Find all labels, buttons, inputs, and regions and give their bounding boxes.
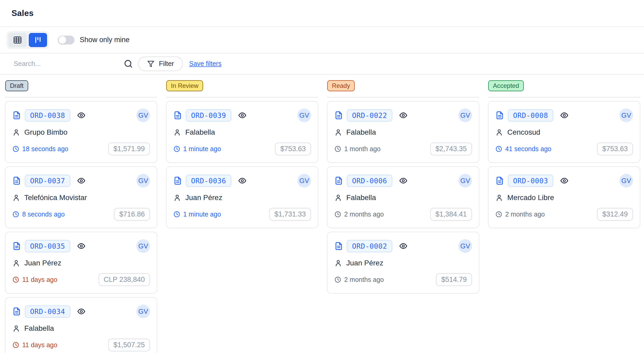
clock-icon <box>173 145 180 152</box>
save-filters-link[interactable]: Save filters <box>189 60 222 67</box>
time-ago-label: 2 months ago <box>505 210 545 218</box>
document-icon <box>12 242 21 250</box>
amount-badge: $753.63 <box>275 143 311 155</box>
time-ago-label: 41 seconds ago <box>505 145 551 153</box>
card-top-row: ORD-0008 GV <box>495 109 633 122</box>
person-icon <box>495 194 503 202</box>
time-ago: 11 days ago <box>12 276 57 283</box>
time-ago: 2 months ago <box>495 210 545 218</box>
eye-icon[interactable] <box>77 307 85 316</box>
time-ago: 1 month ago <box>334 145 381 153</box>
order-id-badge[interactable]: ORD-0022 <box>347 109 392 122</box>
order-card[interactable]: ORD-0037 GV Telefónica Movistar <box>5 166 157 228</box>
avatar: GV <box>136 239 150 253</box>
eye-icon[interactable] <box>560 176 568 185</box>
time-ago-label: 1 month ago <box>344 145 381 153</box>
card-top-row: ORD-0034 GV <box>12 305 150 318</box>
filter-toolbar: Filter Save filters <box>0 53 644 75</box>
eye-icon[interactable] <box>238 176 246 185</box>
time-ago-label: 1 minute ago <box>183 145 221 153</box>
card-customer-row: Falabella <box>12 324 150 333</box>
document-icon <box>334 176 343 185</box>
card-list: ORD-0039 GV Falabella <box>166 97 318 228</box>
order-id-badge[interactable]: ORD-0037 <box>25 175 70 187</box>
time-ago-label: 1 minute ago <box>183 210 221 218</box>
time-ago: 41 seconds ago <box>495 145 551 153</box>
filter-button[interactable]: Filter <box>138 56 183 71</box>
eye-icon[interactable] <box>77 176 85 185</box>
order-id-badge[interactable]: ORD-0006 <box>347 175 392 187</box>
card-customer-row: Juan Pérez <box>334 259 472 267</box>
document-icon <box>12 111 21 120</box>
order-card[interactable]: ORD-0038 GV Grupo Bimbo <box>5 101 157 163</box>
time-ago: 1 minute ago <box>173 145 221 153</box>
card-list: ORD-0008 GV Cencosud <box>488 97 640 228</box>
card-bottom-row: 2 months ago $1,384.41 <box>334 208 472 221</box>
eye-icon[interactable] <box>399 111 407 119</box>
document-icon <box>495 176 504 185</box>
amount-badge: $514.79 <box>436 273 472 286</box>
kanban-view-button[interactable] <box>29 33 47 47</box>
avatar: GV <box>619 109 633 122</box>
customer-name: Falabella <box>185 128 215 136</box>
person-icon <box>12 194 20 202</box>
kanban-column: In Review ORD-0039 GV <box>166 80 318 232</box>
card-bottom-row: 1 minute ago $1,731.33 <box>173 208 311 221</box>
eye-icon[interactable] <box>77 242 85 250</box>
card-top-row: ORD-0039 GV <box>173 109 311 122</box>
order-card[interactable]: ORD-0006 GV Falabella <box>327 166 479 228</box>
search-input[interactable] <box>14 60 123 68</box>
avatar: GV <box>297 109 311 122</box>
order-id-badge[interactable]: ORD-0008 <box>508 109 553 122</box>
avatar: GV <box>619 174 633 187</box>
order-id-badge[interactable]: ORD-0034 <box>25 305 70 318</box>
eye-icon[interactable] <box>77 111 85 119</box>
clock-icon <box>12 341 19 349</box>
filter-button-label: Filter <box>159 60 174 68</box>
order-id-badge[interactable]: ORD-0038 <box>25 109 70 122</box>
page-header: Sales <box>0 0 644 27</box>
card-bottom-row: 1 month ago $2,743.35 <box>334 143 472 155</box>
person-icon <box>173 128 181 136</box>
clock-icon <box>495 145 502 152</box>
kanban-column: Ready ORD-0022 GV <box>327 80 479 297</box>
time-ago: 2 months ago <box>334 276 384 283</box>
eye-icon[interactable] <box>399 242 407 250</box>
order-id-badge[interactable]: ORD-0003 <box>508 175 553 187</box>
amount-badge: $1,731.33 <box>269 208 311 221</box>
eye-icon[interactable] <box>560 111 568 119</box>
order-id-badge[interactable]: ORD-0036 <box>186 175 231 187</box>
clock-icon <box>334 211 341 218</box>
time-ago-label: 11 days ago <box>22 341 57 349</box>
card-bottom-row: 11 days ago $1,507.25 <box>12 339 150 351</box>
show-only-mine-toggle[interactable] <box>58 36 74 44</box>
order-id-badge[interactable]: ORD-0035 <box>25 240 70 252</box>
time-ago: 1 minute ago <box>173 210 221 218</box>
order-id-badge[interactable]: ORD-0039 <box>186 109 231 122</box>
status-badge: In Review <box>166 80 203 91</box>
avatar: GV <box>136 305 150 318</box>
order-card[interactable]: ORD-0002 GV Juan Pérez <box>327 232 479 294</box>
order-card[interactable]: ORD-0022 GV Falabella <box>327 101 479 163</box>
order-card[interactable]: ORD-0039 GV Falabella <box>166 101 318 163</box>
eye-icon[interactable] <box>238 111 246 119</box>
search-icon <box>123 59 133 69</box>
amount-badge: CLP 238,840 <box>99 273 150 286</box>
table-view-button[interactable] <box>8 33 27 47</box>
customer-name: Juan Pérez <box>24 259 61 267</box>
order-card[interactable]: ORD-0036 GV Juan Pérez <box>166 166 318 228</box>
document-icon <box>495 111 504 120</box>
eye-icon[interactable] <box>399 176 407 185</box>
avatar: GV <box>297 174 311 187</box>
order-card[interactable]: ORD-0035 GV Juan Pérez <box>5 232 157 294</box>
card-customer-row: Grupo Bimbo <box>12 128 150 136</box>
card-customer-row: Juan Pérez <box>173 193 311 202</box>
order-card[interactable]: ORD-0008 GV Cencosud <box>488 101 640 163</box>
order-card[interactable]: ORD-0003 GV Mercado Libre <box>488 166 640 228</box>
customer-name: Telefónica Movistar <box>24 193 87 202</box>
amount-badge: $312.49 <box>597 208 633 221</box>
document-icon <box>173 111 182 120</box>
avatar: GV <box>458 109 472 122</box>
order-id-badge[interactable]: ORD-0002 <box>347 240 392 252</box>
order-card[interactable]: ORD-0034 GV Falabella <box>5 297 157 353</box>
